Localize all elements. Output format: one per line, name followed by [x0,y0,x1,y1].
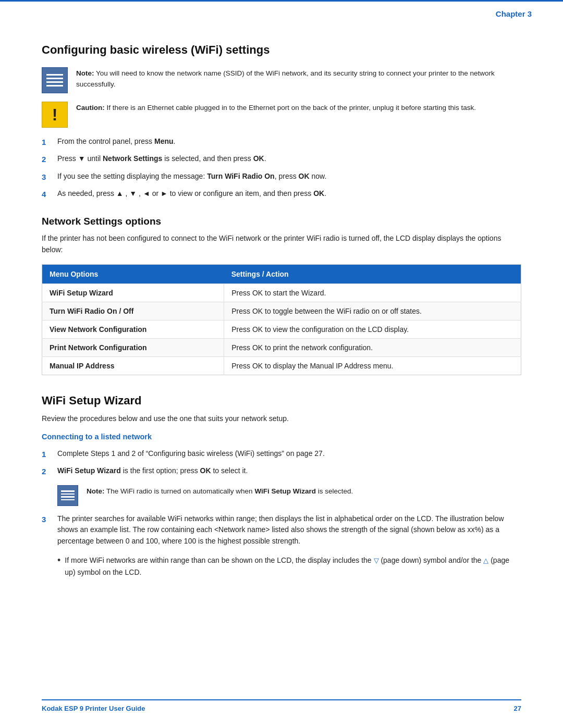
table-cell-action-4: Press OK to display the Manual IP Addres… [224,356,521,375]
step-1: 1 From the control panel, press Menu. [42,136,521,148]
table-header-options: Menu Options [42,264,224,283]
table-cell-option-1: Turn WiFi Radio On / Off [42,302,224,320]
table-header-action: Settings / Action [224,264,521,283]
caution-content: If there is an Ethernet cable plugged in… [105,104,476,112]
footer: Kodak ESP 9 Printer User Guide 27 [42,699,521,712]
wizard-step-2-content: WiFi Setup Wizard is the first option; p… [57,465,521,477]
wizard-step3-list: 3 The printer searches for available WiF… [42,513,521,547]
section2-title: Network Settings options [42,216,521,227]
note-icon [42,67,68,93]
table-cell-action-3: Press OK to print the network configurat… [224,338,521,356]
caution-text: Caution: If there is an Ethernet cable p… [76,102,521,114]
step-3-content: If you see the setting displaying the me… [57,171,521,182]
table-cell-action-1: Press OK to toggle between the WiFi radi… [224,302,521,320]
note1-block: Note: You will need to know the network … [42,67,521,93]
sym-up: △ [483,557,488,564]
step-1-num: 1 [42,136,57,148]
table-cell-option-0: WiFi Setup Wizard [42,283,224,302]
step-4-content: As needed, press ▲ , ▼ , ◄ or ► to view … [57,188,521,200]
section1-title: Configuring basic wireless (WiFi) settin… [42,43,521,57]
table-cell-action-2: Press OK to view the configuration on th… [224,320,521,338]
bullet-dot: • [57,554,60,566]
step-3: 3 If you see the setting displaying the … [42,171,521,183]
footer-left: Kodak ESP 9 Printer User Guide [42,705,145,712]
section2-intro: If the printer has not been configured t… [42,232,521,256]
caution-block: ! Caution: If there is an Ethernet cable… [42,102,521,128]
note1-content: You will need to know the network name (… [76,69,495,88]
warning-icon: ! [42,102,68,128]
wizard-step-3: 3 The printer searches for available WiF… [42,513,521,547]
table-cell-action-0: Press OK to start the Wizard. [224,283,521,302]
table-head: Menu Options Settings / Action [42,264,521,283]
note1-label: Note: [76,69,94,77]
wizard-note-label: Note: [87,487,105,495]
wizard-steps: 1 Complete Steps 1 and 2 of “Configuring… [42,448,521,478]
section1-steps: 1 From the control panel, press Menu. 2 … [42,136,521,200]
wizard-step-2-num: 2 [42,465,57,477]
wizard-note-icon [57,485,78,506]
step-2-content: Press ▼ until Network Settings is select… [57,153,521,165]
table-body: WiFi Setup Wizard Press OK to start the … [42,283,521,375]
step-3-num: 3 [42,171,57,183]
connecting-link: Connecting to a listed network [42,433,521,441]
settings-table: Menu Options Settings / Action WiFi Setu… [42,264,521,375]
table-cell-option-4: Manual IP Address [42,356,224,375]
step-2-num: 2 [42,153,57,165]
table-cell-option-3: Print Network Configuration [42,338,224,356]
section3-intro: Review the procedures below and use the … [42,413,521,424]
wizard-note-rest: is selected. [316,487,353,495]
wizard-step-3-num: 3 [42,513,57,525]
table-header-row: Menu Options Settings / Action [42,264,521,283]
chapter-label: Chapter 3 [496,9,532,18]
step-4: 4 As needed, press ▲ , ▼ , ◄ or ► to vie… [42,188,521,200]
bullet-text-0: If more WiFi networks are within range t… [65,554,521,578]
wizard-note-content: The WiFi radio is turned on automaticall… [105,487,255,495]
table-row: Turn WiFi Radio On / Off Press OK to tog… [42,302,521,320]
step-1-content: From the control panel, press Menu. [57,136,521,147]
table-cell-option-2: View Network Configuration [42,320,224,338]
bullet-list: • If more WiFi networks are within range… [57,554,521,578]
step-4-num: 4 [42,188,57,200]
table-row: Print Network Configuration Press OK to … [42,338,521,356]
note1-text: Note: You will need to know the network … [76,67,521,90]
table-row: View Network Configuration Press OK to v… [42,320,521,338]
table-row: Manual IP Address Press OK to display th… [42,356,521,375]
step-2: 2 Press ▼ until Network Settings is sele… [42,153,521,165]
wizard-note-bold: WiFi Setup Wizard [254,487,316,495]
wizard-step-1-num: 1 [42,448,57,460]
wizard-step-1: 1 Complete Steps 1 and 2 of “Configuring… [42,448,521,460]
wizard-note-block: Note: The WiFi radio is turned on automa… [57,485,521,506]
table-row: WiFi Setup Wizard Press OK to start the … [42,283,521,302]
footer-right: 27 [514,705,521,712]
sym-down: ▽ [374,557,379,564]
wizard-step-3-content: The printer searches for available WiFi … [57,513,521,547]
bullet-item-0: • If more WiFi networks are within range… [57,554,521,578]
section3-title: WiFi Setup Wizard [42,394,521,408]
top-rule [0,0,563,2]
wizard-step-1-content: Complete Steps 1 and 2 of “Configuring b… [57,448,521,460]
wizard-step-2: 2 WiFi Setup Wizard is the first option;… [42,465,521,477]
wizard-note-text: Note: The WiFi radio is turned on automa… [87,485,521,497]
caution-label: Caution: [76,104,105,112]
